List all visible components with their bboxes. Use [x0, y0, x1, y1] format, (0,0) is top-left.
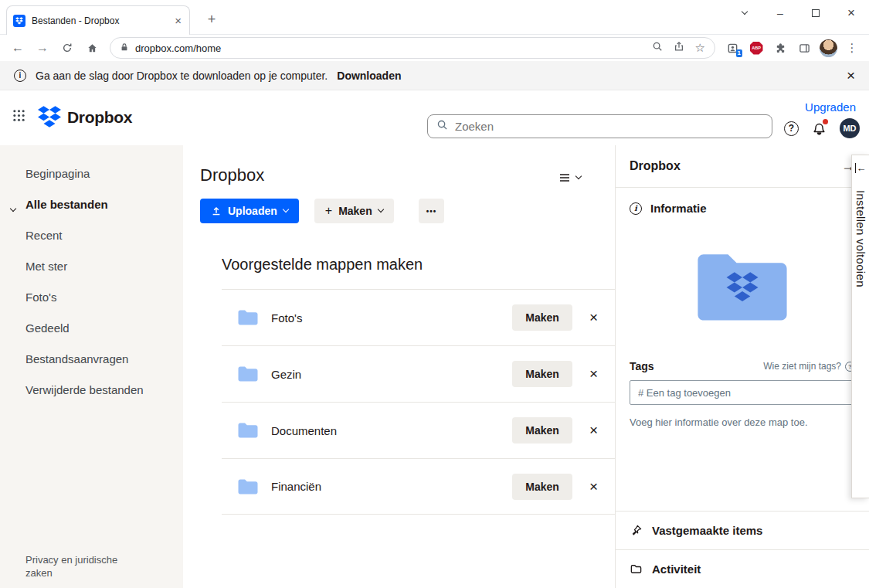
page-body: Beginpagina Alle bestanden Recent Met st… [0, 145, 869, 588]
pin-icon [630, 524, 643, 537]
tab-title: Bestanden - Dropbox [32, 15, 167, 26]
tags-label: Tags [630, 360, 654, 372]
details-panel: Dropbox → i Informatie Tags [615, 145, 869, 588]
search-input[interactable] [455, 120, 763, 133]
activity-icon [630, 563, 643, 576]
folder-name: Financiën [271, 480, 321, 493]
search-icon [436, 119, 448, 134]
notifications-bell-icon[interactable] [812, 121, 827, 136]
side-search-icon[interactable] [652, 41, 663, 55]
extension-badge: 1 [736, 49, 742, 57]
address-bar[interactable]: dropbox.com/home ☆ [110, 37, 715, 59]
tag-input[interactable] [630, 380, 855, 405]
info-icon: i [630, 202, 642, 215]
tags-help-link[interactable]: Wie ziet mijn tags? ? [763, 361, 855, 372]
description-hint: Voeg hier informatie over deze map toe. [616, 405, 869, 428]
extension-icon[interactable]: 1 [721, 37, 743, 59]
extensions-row: 1 ABP ⋮ [721, 37, 863, 59]
apps-grid-icon[interactable] [12, 109, 25, 125]
more-actions-button[interactable]: ••• [419, 199, 445, 223]
chevron-down-icon[interactable] [11, 202, 15, 215]
upload-icon [211, 206, 222, 216]
dismiss-suggestion-icon[interactable]: × [589, 309, 598, 326]
sidebar-item-recent[interactable]: Recent [0, 219, 183, 250]
list-view-icon [558, 172, 571, 184]
share-icon[interactable] [674, 41, 684, 55]
create-folder-button[interactable]: Maken [512, 417, 572, 444]
sidebar-item-alle-bestanden[interactable]: Alle bestanden [0, 189, 183, 219]
sidebar-item-beginpagina[interactable]: Beginpagina [0, 158, 183, 189]
dropbox-folder-icon [692, 246, 793, 326]
pinned-items-section[interactable]: Vastgemaakte items [616, 511, 869, 549]
notification-dot [823, 119, 828, 124]
folder-icon [237, 365, 259, 382]
suggested-folder-row: Financiën Maken × [222, 458, 615, 515]
page-title: Dropbox [200, 165, 615, 185]
dismiss-suggestion-icon[interactable]: × [589, 365, 598, 382]
create-folder-button[interactable]: Maken [512, 304, 572, 331]
adblock-icon[interactable]: ABP [745, 37, 767, 59]
info-icon: i [14, 70, 26, 82]
brand-wordmark: Dropbox [67, 108, 132, 127]
download-link[interactable]: Downloaden [337, 70, 401, 82]
list-view-toggle[interactable] [558, 172, 581, 184]
back-icon[interactable]: ← [6, 37, 29, 59]
forward-icon[interactable]: → [31, 37, 54, 59]
suggested-folders-list: Foto's Maken × Gezin Maken × Documenten [222, 289, 615, 515]
info-label: Informatie [650, 202, 707, 215]
bookmark-star-icon[interactable]: ☆ [695, 41, 705, 55]
home-icon[interactable] [80, 37, 104, 59]
dropbox-glyph-icon [38, 106, 61, 128]
suggested-folder-row: Foto's Maken × [222, 289, 615, 345]
create-folder-button[interactable]: Maken [512, 474, 572, 500]
browser-tab[interactable]: Bestanden - Dropbox × [6, 5, 190, 35]
account-avatar[interactable]: MD [840, 118, 860, 138]
main-content: Dropbox Uploaden + Maken ••• Voorgesteld [183, 145, 615, 588]
reload-icon[interactable] [56, 37, 79, 59]
close-window-button[interactable]: × [833, 0, 869, 26]
sidebar-item-gedeeld[interactable]: Gedeeld [0, 312, 183, 343]
browser-menu-icon[interactable]: ⋮ [841, 37, 863, 59]
folder-icon [237, 478, 259, 495]
activity-section[interactable]: Activiteit [616, 549, 869, 588]
help-icon[interactable]: ? [784, 121, 799, 136]
browser-titlebar: Bestanden - Dropbox × + – × [0, 0, 869, 35]
download-banner: i Ga aan de slag door Dropbox te downloa… [0, 61, 869, 90]
maximize-button[interactable] [798, 0, 833, 26]
puzzle-extensions-icon[interactable] [769, 37, 791, 59]
url-text: dropbox.com/home [135, 42, 221, 54]
new-tab-button[interactable]: + [201, 8, 222, 30]
tab-close-icon[interactable]: × [173, 14, 183, 27]
dismiss-suggestion-icon[interactable]: × [589, 478, 598, 495]
create-folder-button[interactable]: Maken [512, 361, 572, 387]
banner-message: Ga aan de slag door Dropbox te downloade… [36, 70, 328, 82]
sidebar-item-met-ster[interactable]: Met ster [0, 250, 183, 281]
privacy-legal-link[interactable]: Privacy en juridische zaken [25, 554, 145, 580]
setup-strip-label: Instellen voltooien [854, 190, 867, 287]
tab-search-chevron-icon[interactable] [727, 0, 762, 26]
minimize-button[interactable]: – [762, 0, 798, 26]
expand-panel-icon[interactable]: ← [855, 163, 867, 173]
banner-close-icon[interactable]: × [847, 67, 855, 84]
folder-preview [616, 246, 869, 326]
profile-avatar[interactable] [817, 37, 839, 59]
dismiss-suggestion-icon[interactable]: × [589, 422, 598, 439]
app-header: Dropbox Upgraden ? MD [0, 90, 869, 145]
sidebar-item-fotos[interactable]: Foto's [0, 281, 183, 312]
details-title: Dropbox [630, 159, 681, 173]
create-button[interactable]: + Maken [314, 199, 394, 223]
folder-name: Documenten [271, 424, 337, 437]
upload-button[interactable]: Uploaden [200, 199, 299, 223]
sidebar-item-bestandsaanvragen[interactable]: Bestandsaanvragen [0, 343, 183, 374]
upgrade-link[interactable]: Upgraden [805, 100, 856, 114]
folder-name: Gezin [271, 368, 301, 381]
suggested-folder-row: Documenten Maken × [222, 402, 615, 458]
folder-icon [237, 309, 259, 326]
dropbox-logo[interactable]: Dropbox [38, 106, 132, 128]
sidebar-item-verwijderde-bestanden[interactable]: Verwijderde bestanden [0, 374, 183, 405]
header-search[interactable] [427, 114, 772, 138]
side-panel-icon[interactable] [793, 37, 815, 59]
setup-checklist-strip[interactable]: ← Instellen voltooien [851, 155, 869, 498]
plus-icon: + [325, 204, 332, 218]
browser-window: Bestanden - Dropbox × + – × ← → dropbox.… [0, 0, 869, 588]
